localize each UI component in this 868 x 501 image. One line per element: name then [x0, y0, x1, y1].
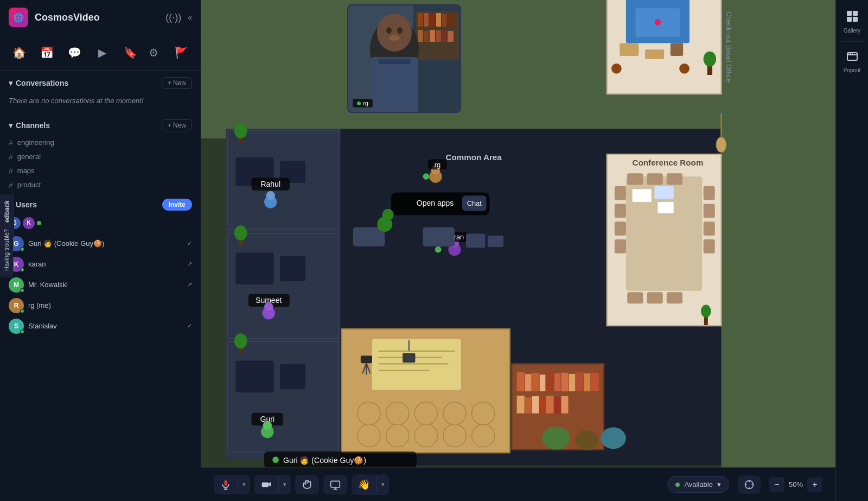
- svg-rect-145: [554, 397, 561, 413]
- video-person: rg: [348, 5, 460, 112]
- svg-point-124: [414, 424, 437, 447]
- user-status-dot-guri: [20, 247, 24, 251]
- svg-rect-46: [615, 221, 626, 236]
- logo-symbol: 🌐: [13, 12, 24, 23]
- svg-text:rg: rg: [435, 161, 441, 169]
- svg-rect-100: [466, 234, 485, 248]
- svg-point-61: [234, 123, 247, 138]
- user-item-guri[interactable]: G Guri 🧑 (Cookie Guy🍪) ✓: [9, 233, 192, 254]
- svg-rect-76: [235, 361, 273, 393]
- wave-dropdown[interactable]: ▾: [376, 477, 389, 492]
- channel-maps-label: maps: [17, 167, 35, 175]
- conversations-new-button[interactable]: + New: [162, 77, 192, 89]
- svg-rect-130: [525, 374, 532, 391]
- hash-icon: #: [9, 138, 13, 147]
- status-indicator-mini: [37, 221, 41, 225]
- channel-engineering[interactable]: # engineering: [9, 136, 192, 150]
- camera-dropdown[interactable]: ▾: [278, 477, 291, 492]
- users-avatar-row: G K: [9, 215, 192, 233]
- conversations-empty: There are no conversations at the moment…: [9, 93, 192, 113]
- svg-rect-40: [667, 173, 682, 185]
- channel-maps[interactable]: # maps: [9, 164, 192, 178]
- mic-dropdown[interactable]: ▾: [238, 477, 250, 492]
- invite-button[interactable]: Invite: [162, 199, 192, 211]
- nav-chat[interactable]: 💬: [66, 41, 83, 65]
- user-item-karan[interactable]: K karan ↗: [9, 254, 192, 275]
- nav-icons: 🏠 📅 💬 ▶ 🔖 ⚙ 🚩: [0, 35, 201, 71]
- svg-text:Conference Room: Conference Room: [633, 158, 704, 167]
- wave-button-group: 👋 ▾: [352, 474, 389, 495]
- svg-point-56: [701, 305, 711, 318]
- zoom-out-button[interactable]: −: [769, 477, 784, 492]
- mic-button[interactable]: [214, 475, 238, 494]
- svg-rect-67: [235, 253, 273, 284]
- nav-home[interactable]: 🏠: [11, 41, 28, 65]
- svg-rect-184: [853, 11, 858, 16]
- screen-share-button[interactable]: [323, 475, 347, 494]
- svg-rect-75: [227, 341, 339, 453]
- user-avatar-wrapper-kowalski: M: [9, 277, 24, 293]
- hand-button[interactable]: [295, 475, 319, 494]
- svg-rect-68: [280, 256, 305, 281]
- status-green-dot: [675, 483, 680, 487]
- svg-point-169: [377, 14, 412, 52]
- zoom-in-button[interactable]: +: [807, 477, 822, 492]
- wave-button[interactable]: 👋: [352, 474, 376, 495]
- sidebar-content: ▾ Conversations + New There are no conve…: [0, 71, 201, 501]
- svg-rect-140: [517, 396, 525, 414]
- mic-button-group: ▾: [214, 475, 250, 494]
- user-name-karan: karan: [28, 260, 183, 268]
- user-item-rg[interactable]: R rg (me): [9, 295, 192, 316]
- svg-point-125: [443, 424, 466, 447]
- svg-rect-30: [620, 43, 639, 56]
- user-item-stanislav[interactable]: S Stanislav ✓: [9, 316, 192, 337]
- svg-point-148: [575, 430, 598, 450]
- svg-rect-144: [546, 396, 553, 414]
- map-area[interactable]: Check out Small Office Conference Room: [201, 0, 835, 467]
- svg-rect-139: [591, 373, 599, 391]
- svg-text:Rahul: Rahul: [260, 180, 280, 188]
- broadcast-icon[interactable]: ((·)): [165, 12, 181, 23]
- svg-rect-134: [554, 373, 561, 391]
- users-section-header: ▾ Users Invite: [9, 192, 192, 215]
- svg-point-74: [264, 302, 273, 311]
- popout-panel-item[interactable]: Popout: [838, 44, 866, 79]
- conversations-chevron: ▾: [9, 79, 12, 87]
- nav-calendar[interactable]: 📅: [39, 41, 55, 65]
- channel-general[interactable]: # general: [9, 150, 192, 164]
- channel-engineering-label: engineering: [17, 138, 54, 147]
- having-trouble-tab[interactable]: Having trouble?: [0, 223, 13, 277]
- nav-flag[interactable]: 🚩: [173, 41, 190, 65]
- svg-text:Open apps: Open apps: [417, 199, 454, 207]
- svg-point-121: [443, 402, 466, 425]
- svg-point-105: [382, 209, 394, 220]
- svg-rect-51: [704, 239, 715, 253]
- svg-point-23: [655, 19, 661, 26]
- nav-settings[interactable]: ⚙: [145, 41, 162, 65]
- user-item-kowalski[interactable]: M Mr. Kowalski ↗: [9, 275, 192, 295]
- svg-rect-135: [561, 373, 569, 391]
- nav-video[interactable]: ▶: [94, 41, 111, 65]
- nav-bookmark[interactable]: 🔖: [122, 41, 139, 65]
- svg-point-25: [679, 64, 690, 74]
- svg-point-123: [386, 424, 409, 447]
- channels-new-button[interactable]: + New: [162, 119, 192, 131]
- camera-button[interactable]: [254, 475, 278, 494]
- svg-rect-141: [525, 397, 532, 413]
- svg-rect-32: [671, 43, 683, 56]
- svg-rect-131: [532, 373, 539, 391]
- channel-product[interactable]: # product: [9, 178, 192, 192]
- gallery-panel-item[interactable]: Gallery: [838, 4, 866, 39]
- svg-point-147: [542, 427, 570, 449]
- video-user-label: rg: [353, 99, 373, 107]
- svg-rect-162: [418, 30, 423, 42]
- svg-rect-101: [488, 236, 503, 247]
- collapse-icon[interactable]: «: [188, 13, 192, 22]
- svg-rect-178: [262, 482, 269, 486]
- status-button[interactable]: Available ▾: [667, 476, 729, 493]
- svg-rect-164: [430, 30, 435, 42]
- channel-general-label: general: [17, 153, 41, 161]
- zoom-level: 50%: [789, 480, 803, 489]
- location-button[interactable]: [738, 475, 761, 494]
- svg-rect-142: [532, 396, 539, 414]
